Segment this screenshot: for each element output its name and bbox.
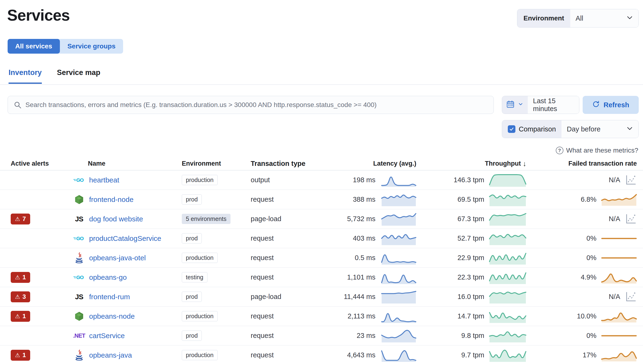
table-row: ⚠1opbeans-nodeproductionrequest2,113 ms1… xyxy=(0,306,643,326)
service-name-link[interactable]: dog food website xyxy=(89,215,143,223)
header-latency[interactable]: Latency (avg.) xyxy=(333,160,419,167)
environment-cell: testing xyxy=(182,272,251,282)
table-row: frontend-nodeprodrequest388 ms69.5 tpm6.… xyxy=(0,190,643,209)
latency-value: 0.5 ms xyxy=(355,254,375,262)
agent-go-icon: GO xyxy=(73,174,85,186)
active-alerts-cell: ⚠1 xyxy=(8,311,70,322)
header-failed-transaction-rate[interactable]: Failed transaction rate xyxy=(529,160,639,167)
failed-rate-cell: 0% xyxy=(529,232,639,244)
throughput-cell: 67.3 tpm xyxy=(419,212,529,226)
failed-rate-cell: N/A xyxy=(529,291,639,302)
failed-rate-sparkline xyxy=(601,193,637,206)
svg-text:GO: GO xyxy=(76,177,84,183)
service-name-link[interactable]: opbeans-go xyxy=(89,273,127,282)
tab-bar: Inventory Service map xyxy=(9,68,100,84)
latency-sparkline xyxy=(381,251,416,265)
active-alerts-badge[interactable]: ⚠1 xyxy=(11,311,30,322)
environment-cell: production xyxy=(182,175,251,185)
throughput-cell: 69.5 tpm xyxy=(419,193,529,206)
name-cell: JSdog food website xyxy=(70,213,182,225)
latency-value: 11,444 ms xyxy=(344,293,375,301)
throughput-value: 16.0 tpm xyxy=(458,293,484,301)
chevron-down-icon xyxy=(626,125,633,134)
throughput-sparkline xyxy=(489,251,526,265)
throughput-sparkline xyxy=(489,232,526,245)
toggle-service-groups[interactable]: Service groups xyxy=(60,39,123,54)
latency-cell: 388 ms xyxy=(333,193,419,206)
service-name-link[interactable]: productCatalogService xyxy=(89,234,161,242)
comparison-control: Comparison Day before xyxy=(502,120,639,138)
time-range-value[interactable]: Last 15 minutes xyxy=(528,96,579,114)
service-name-link[interactable]: opbeans-node xyxy=(89,312,135,320)
service-name-link[interactable]: heartbeat xyxy=(89,176,119,184)
environment-filter[interactable]: Environment All xyxy=(517,9,639,28)
toggle-all-services[interactable]: All services xyxy=(8,39,60,54)
comparison-checkbox[interactable] xyxy=(508,125,515,133)
time-range-picker[interactable]: Last 15 minutes xyxy=(502,96,579,114)
active-alerts-badge[interactable]: ⚠1 xyxy=(11,272,30,283)
failed-rate-sparkline xyxy=(601,349,637,362)
name-cell: frontend-node xyxy=(70,194,182,205)
throughput-sparkline xyxy=(489,310,526,323)
agent-js-icon: JS xyxy=(73,291,85,302)
agent-js-icon: JS xyxy=(73,213,85,225)
name-cell: .NETcartService xyxy=(70,330,182,342)
table-row: GOheartbeatproductionoutput198 ms146.3 t… xyxy=(0,170,643,190)
latency-cell: 0.5 ms xyxy=(333,251,419,265)
search-input[interactable] xyxy=(8,96,494,114)
environment-cell: prod xyxy=(182,233,251,244)
service-name-link[interactable]: frontend-rum xyxy=(89,293,130,301)
throughput-cell: 16.0 tpm xyxy=(419,290,529,304)
active-alerts-badge[interactable]: ⚠1 xyxy=(11,350,30,361)
latency-value: 4,643 ms xyxy=(347,351,375,359)
header-name[interactable]: Name xyxy=(70,160,182,167)
throughput-value: 22.9 tpm xyxy=(458,254,484,262)
failed-rate-sparkline xyxy=(625,174,637,186)
transaction-type: request xyxy=(251,312,333,320)
name-cell: GOheartbeat xyxy=(70,174,182,186)
table-row: opbeans-java-otelproductionrequest0.5 ms… xyxy=(0,248,643,268)
table-header: Active alerts Name Environment Transacti… xyxy=(0,157,643,170)
latency-value: 5,732 ms xyxy=(347,215,375,223)
failed-rate-sparkline xyxy=(601,252,637,264)
svg-text:GO: GO xyxy=(76,236,84,241)
transaction-type: request xyxy=(251,254,333,262)
transaction-type: page-load xyxy=(251,293,333,301)
table-row: ⚠1opbeans-javaproductionrequest4,643 ms9… xyxy=(0,346,643,364)
header-active-alerts: Active alerts xyxy=(8,160,70,167)
chevron-down-icon xyxy=(626,14,633,23)
throughput-sparkline xyxy=(489,270,526,284)
service-name-link[interactable]: frontend-node xyxy=(89,196,134,204)
throughput-cell: 14.7 tpm xyxy=(419,310,529,323)
comparison-select[interactable]: Day before xyxy=(561,120,638,138)
comparison-value: Day before xyxy=(567,125,626,133)
active-alerts-badge[interactable]: ⚠7 xyxy=(11,214,30,224)
latency-value: 388 ms xyxy=(353,196,375,203)
environment-badge: production xyxy=(182,350,218,360)
transaction-type: request xyxy=(251,234,333,242)
throughput-sparkline xyxy=(489,173,526,187)
latency-sparkline xyxy=(381,270,416,284)
what-are-these-metrics-link[interactable]: ? What are these metrics? xyxy=(556,147,638,154)
header-transaction-type[interactable]: Transaction type xyxy=(251,160,333,168)
environment-cell: prod xyxy=(182,292,251,302)
tab-service-map[interactable]: Service map xyxy=(57,68,101,84)
active-alerts-badge[interactable]: ⚠3 xyxy=(11,292,30,302)
search-icon xyxy=(14,101,22,110)
name-cell: GOopbeans-go xyxy=(70,272,182,283)
name-cell: opbeans-node xyxy=(70,310,182,322)
service-name-link[interactable]: opbeans-java-otel xyxy=(89,254,146,262)
active-alerts-cell: ⚠1 xyxy=(8,272,70,283)
throughput-value: 52.7 tpm xyxy=(458,234,484,242)
environment-badge: 5 environments xyxy=(182,214,231,224)
environment-cell: 5 environments xyxy=(182,214,251,224)
service-name-link[interactable]: opbeans-java xyxy=(89,351,132,359)
failed-rate-sparkline xyxy=(601,310,637,323)
header-throughput[interactable]: Throughput↓ xyxy=(419,160,529,168)
refresh-button[interactable]: Refresh xyxy=(583,96,639,114)
tab-inventory[interactable]: Inventory xyxy=(9,68,42,84)
name-cell: opbeans-java xyxy=(70,350,182,361)
service-name-link[interactable]: cartService xyxy=(89,332,125,340)
failed-rate-cell: 10.0% xyxy=(529,310,639,323)
warning-icon: ⚠ xyxy=(15,274,20,281)
